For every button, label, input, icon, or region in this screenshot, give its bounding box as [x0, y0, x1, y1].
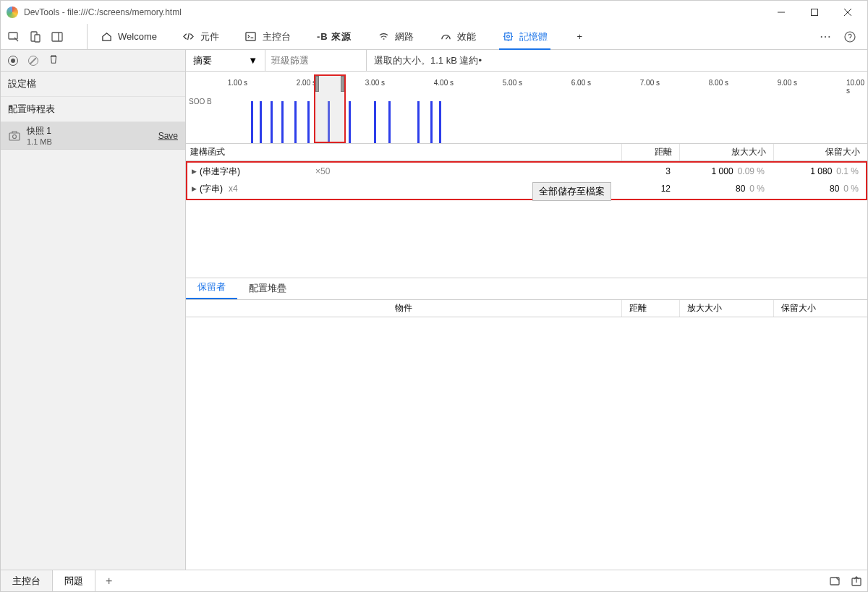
- window-title: DevTools - file:///C:/screens/memory.htm…: [24, 7, 182, 17]
- app-icon: [7, 7, 18, 18]
- alloc-bar: [430, 101, 433, 143]
- tab-console-label: 主控台: [263, 30, 291, 43]
- drawer-icon-2[interactable]: [846, 575, 867, 587]
- tab-memory[interactable]: 記憶體: [489, 24, 561, 49]
- table-row[interactable]: ▶(字串)x4 12 800 % 800 %: [187, 180, 866, 197]
- tab-network[interactable]: 網路: [365, 24, 427, 49]
- tab-sources-label: -B 來源: [317, 30, 352, 43]
- table-header: 建構函式 距離 放大大小 保留大小: [186, 144, 867, 161]
- constructor-table: 建構函式 距離 放大大小 保留大小 ▶(串連字串)×50 3 1 0000.09…: [186, 144, 867, 278]
- sidebar-timeline-label[interactable]: 配置時程表: [1, 97, 185, 122]
- table-empty-area: [186, 200, 867, 278]
- rcol-shallow[interactable]: 放大大小: [679, 300, 773, 317]
- retainers-header: 物件 距離 放大大小 保留大小: [186, 300, 867, 317]
- main-area: 設定檔 配置時程表 快照 1 1.1 MB Save 摘要▼ 選取的大小。1.1…: [1, 50, 867, 570]
- tick: 7.00 s: [640, 79, 660, 87]
- expand-icon[interactable]: ▶: [192, 185, 197, 192]
- wifi-icon: [378, 31, 389, 43]
- alloc-bar: [388, 101, 391, 143]
- inspect-icon[interactable]: [8, 31, 20, 43]
- alloc-bar: [349, 101, 351, 143]
- tick: 8.00 s: [709, 79, 728, 87]
- trash-icon[interactable]: [48, 54, 59, 67]
- clear-icon[interactable]: [28, 56, 38, 66]
- summary-dropdown[interactable]: 摘要▼: [186, 50, 265, 71]
- record-icon[interactable]: [8, 56, 18, 66]
- device-icon[interactable]: [30, 31, 41, 43]
- rcol-object[interactable]: 物件: [186, 302, 621, 314]
- svg-rect-7: [52, 33, 62, 41]
- maximize-button[interactable]: [798, 1, 831, 24]
- tick: 3.00 s: [365, 79, 385, 87]
- tab-elements-label: 元件: [200, 30, 219, 43]
- rcol-retained[interactable]: 保留大小: [773, 300, 867, 317]
- more-icon[interactable]: ⋯: [820, 31, 831, 43]
- col-shallow[interactable]: 放大大小: [679, 144, 773, 160]
- context-menu-save-all[interactable]: 全部儲存至檔案: [532, 182, 611, 201]
- dock-icon[interactable]: [51, 31, 63, 43]
- row-name: (字串): [200, 183, 223, 195]
- help-icon[interactable]: [844, 31, 856, 43]
- tab-retainers[interactable]: 保留者: [186, 276, 237, 299]
- svg-point-14: [13, 134, 17, 138]
- snapshot-title: 快照 1: [27, 125, 52, 137]
- row-mult: x4: [229, 184, 238, 194]
- drawer-add[interactable]: +: [95, 575, 122, 588]
- tab-stack[interactable]: 配置堆疊: [237, 278, 298, 299]
- rcol-distance[interactable]: 距離: [621, 300, 679, 317]
- alloc-bar: [374, 101, 376, 143]
- sidebar: 設定檔 配置時程表 快照 1 1.1 MB Save: [1, 50, 186, 570]
- drawer-icon-1[interactable]: [824, 575, 846, 587]
- col-constructor[interactable]: 建構函式: [186, 144, 621, 160]
- tab-console[interactable]: 主控台: [232, 24, 304, 49]
- tab-performance[interactable]: 效能: [427, 24, 489, 49]
- filter-bar: 摘要▼ 選取的大小。1.1 kB 違約•: [186, 50, 867, 72]
- retainers-tabs: 保留者 配置堆疊: [186, 278, 867, 300]
- drawer-tab-console[interactable]: 主控台: [1, 570, 53, 591]
- tab-elements[interactable]: 元件: [170, 24, 232, 49]
- tab-network-label: 網路: [395, 30, 414, 43]
- plus-icon: +: [574, 31, 585, 43]
- tab-sources[interactable]: -B 來源: [304, 24, 365, 49]
- snapshot-save-link[interactable]: Save: [158, 131, 178, 141]
- alloc-bar: [417, 101, 420, 143]
- console-icon: [245, 31, 257, 43]
- row-distance: 12: [620, 184, 678, 194]
- alloc-bar: [281, 101, 284, 143]
- drawer-tab-issues[interactable]: 問題: [53, 570, 95, 591]
- alloc-bar: [251, 101, 253, 143]
- snapshot-icon: [8, 129, 21, 142]
- svg-rect-4: [9, 33, 17, 39]
- minimize-button[interactable]: [765, 1, 798, 24]
- close-button[interactable]: [831, 1, 864, 24]
- selection-handle-right[interactable]: [341, 76, 344, 92]
- gauge-icon: [440, 31, 451, 43]
- snapshot-item[interactable]: 快照 1 1.1 MB Save: [1, 122, 185, 150]
- snapshot-size: 1.1 MB: [27, 137, 52, 146]
- row-retained: 80: [830, 184, 839, 194]
- class-filter-input[interactable]: [265, 50, 367, 71]
- bottom-drawer: 主控台 問題 +: [1, 570, 867, 591]
- allocation-timeline[interactable]: 1.00 s 2.00 s 3.00 s 4.00 s 5.00 s 6.00 …: [186, 72, 867, 144]
- timeline-ylabel: SOO B: [189, 98, 212, 106]
- chip-icon: [502, 31, 514, 43]
- home-icon: [101, 31, 112, 43]
- svg-rect-9: [246, 33, 255, 40]
- table-row[interactable]: ▶(串連字串)×50 3 1 0000.09 % 1 0800.1 %: [187, 163, 866, 180]
- tick: 2.00 s: [297, 79, 316, 87]
- tab-add[interactable]: +: [561, 24, 598, 49]
- selection-handle-left[interactable]: [315, 76, 319, 92]
- alloc-bar: [307, 101, 310, 143]
- tab-welcome[interactable]: Welcome: [88, 24, 170, 49]
- retainers-body: [186, 317, 867, 570]
- col-retained[interactable]: 保留大小: [773, 144, 867, 160]
- table-body: ▶(串連字串)×50 3 1 0000.09 % 1 0800.1 % ▶(字串…: [186, 161, 867, 200]
- row-retained-pct: 0 %: [843, 184, 859, 194]
- row-name: (串連字串): [200, 166, 240, 178]
- alloc-bar: [271, 101, 273, 143]
- tick: 6.00 s: [571, 79, 591, 87]
- col-distance[interactable]: 距離: [621, 144, 679, 160]
- row-distance: 3: [620, 166, 678, 176]
- expand-icon[interactable]: ▶: [192, 168, 197, 175]
- row-shallow-pct: 0.09 %: [738, 166, 765, 176]
